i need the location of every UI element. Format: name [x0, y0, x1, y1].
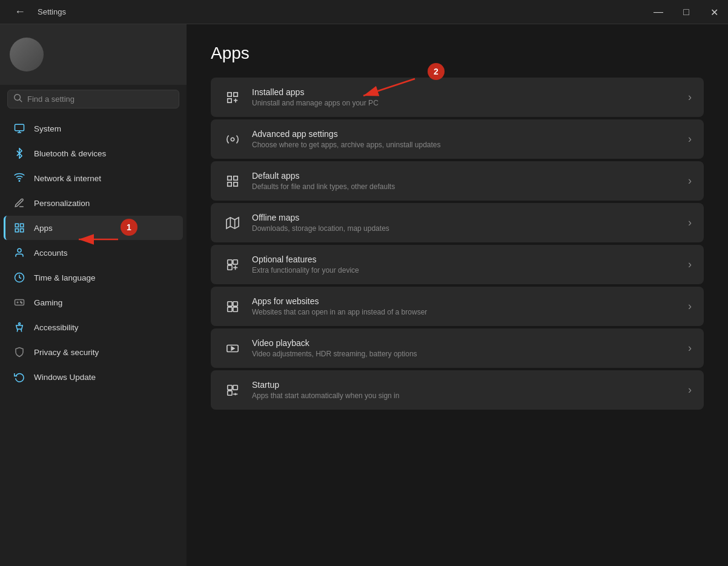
avatar — [10, 38, 44, 72]
sidebar-item-system[interactable]: System — [4, 116, 183, 141]
minimize-button[interactable]: — — [644, 0, 672, 24]
settings-item-title: Advanced app settings — [252, 129, 678, 139]
sidebar-item-accessibility[interactable]: Accessibility — [4, 315, 183, 339]
bluetooth-icon — [13, 147, 25, 159]
svg-rect-22 — [228, 176, 231, 179]
advanced-app-settings-icon — [223, 130, 242, 149]
svg-marker-26 — [227, 217, 239, 228]
video-playback-icon — [223, 339, 242, 358]
settings-item-desc: Uninstall and manage apps on your PC — [252, 99, 678, 107]
svg-point-3 — [19, 181, 20, 182]
settings-item-startup[interactable]: Startup Apps that start automatically wh… — [211, 370, 704, 410]
settings-item-text: Advanced app settings Choose where to ge… — [252, 129, 678, 149]
settings-item-desc: Defaults for file and link types, other … — [252, 182, 678, 191]
gaming-icon — [13, 296, 25, 308]
update-icon — [13, 371, 25, 383]
settings-item-installed-apps[interactable]: Installed apps Uninstall and manage apps… — [211, 78, 704, 117]
titlebar: ← Settings — □ ✕ — [0, 0, 728, 24]
settings-item-title: Offline maps — [252, 213, 678, 222]
settings-item-text: Installed apps Uninstall and manage apps… — [252, 87, 678, 107]
settings-item-text: Apps for websites Websites that can open… — [252, 296, 678, 316]
settings-list: Installed apps Uninstall and manage apps… — [211, 78, 704, 410]
svg-rect-23 — [234, 176, 237, 179]
settings-item-default-apps[interactable]: Default apps Defaults for file and link … — [211, 161, 704, 201]
close-button[interactable]: ✕ — [700, 0, 728, 24]
sidebar-item-label: Time & language — [34, 273, 96, 282]
chevron-right-icon: › — [688, 216, 692, 229]
svg-rect-0 — [15, 124, 24, 131]
settings-item-advanced-app-settings[interactable]: Advanced app settings Choose where to ge… — [211, 119, 704, 159]
optional-features-icon — [223, 255, 242, 275]
svg-rect-36 — [228, 307, 232, 311]
settings-item-text: Optional features Extra functionality fo… — [252, 255, 678, 275]
app-title: Settings — [38, 7, 66, 16]
apps-for-websites-icon — [223, 297, 242, 316]
search-icon — [14, 94, 22, 104]
default-apps-icon — [223, 171, 242, 191]
chevron-right-icon: › — [688, 342, 692, 355]
svg-rect-17 — [234, 92, 237, 96]
settings-item-title: Video playback — [252, 338, 678, 348]
sidebar-item-bluetooth[interactable]: Bluetooth & devices — [4, 141, 183, 165]
user-profile — [0, 24, 187, 85]
sidebar-item-apps[interactable]: Apps — [4, 216, 183, 240]
search-box[interactable] — [7, 90, 179, 108]
svg-rect-41 — [228, 390, 232, 395]
installed-apps-icon — [223, 88, 242, 107]
settings-item-text: Default apps Defaults for file and link … — [252, 171, 678, 191]
svg-rect-40 — [233, 385, 237, 389]
search-input[interactable] — [27, 95, 173, 104]
svg-rect-4 — [15, 224, 18, 227]
settings-item-offline-maps[interactable]: Offline maps Downloads, storage location… — [211, 203, 704, 242]
chevron-right-icon: › — [688, 133, 692, 145]
settings-item-video-playback[interactable]: Video playback Video adjustments, HDR st… — [211, 328, 704, 368]
chevron-right-icon: › — [688, 384, 692, 396]
sidebar-item-label: Accessibility — [34, 323, 79, 332]
sidebar-nav: System Bluetooth & devices Network & int… — [0, 116, 187, 556]
settings-item-optional-features[interactable]: Optional features Extra functionality fo… — [211, 245, 704, 284]
svg-rect-7 — [21, 229, 24, 232]
settings-item-desc: Choose where to get apps, archive apps, … — [252, 141, 678, 149]
sidebar: System Bluetooth & devices Network & int… — [0, 24, 187, 566]
back-button[interactable]: ← — [10, 3, 30, 21]
maximize-button[interactable]: □ — [672, 0, 700, 24]
svg-rect-31 — [228, 265, 232, 269]
svg-rect-24 — [228, 182, 231, 185]
sidebar-item-label: Personalization — [34, 199, 90, 208]
svg-rect-10 — [15, 300, 24, 305]
sidebar-item-update[interactable]: Windows Update — [4, 365, 183, 389]
sidebar-item-label: Bluetooth & devices — [34, 149, 106, 158]
network-icon — [13, 172, 25, 184]
svg-point-8 — [18, 248, 21, 252]
chevron-right-icon: › — [688, 91, 692, 104]
sidebar-item-label: System — [34, 124, 61, 133]
system-icon — [13, 122, 25, 135]
settings-item-title: Optional features — [252, 255, 678, 264]
sidebar-item-label: Privacy & security — [34, 348, 99, 357]
svg-rect-29 — [228, 259, 232, 264]
startup-icon — [223, 381, 242, 400]
settings-item-text: Video playback Video adjustments, HDR st… — [252, 338, 678, 358]
settings-item-text: Startup Apps that start automatically wh… — [252, 380, 678, 400]
sidebar-item-gaming[interactable]: Gaming — [4, 290, 183, 315]
time-icon — [13, 271, 25, 284]
svg-rect-16 — [228, 92, 231, 96]
sidebar-item-personalization[interactable]: Personalization — [4, 191, 183, 215]
personalization-icon — [13, 197, 25, 209]
settings-item-desc: Apps that start automatically when you s… — [252, 391, 678, 400]
sidebar-item-label: Windows Update — [34, 373, 96, 382]
sidebar-item-accounts[interactable]: Accounts — [4, 241, 183, 265]
svg-point-15 — [19, 323, 21, 325]
accounts-icon — [13, 247, 25, 259]
sidebar-item-privacy[interactable]: Privacy & security — [4, 340, 183, 364]
offline-maps-icon — [223, 213, 242, 233]
sidebar-item-label: Accounts — [34, 248, 68, 258]
svg-rect-35 — [233, 301, 237, 305]
settings-item-desc: Downloads, storage location, map updates — [252, 224, 678, 233]
sidebar-item-time[interactable]: Time & language — [4, 265, 183, 290]
page-title: Apps — [211, 44, 704, 63]
settings-item-apps-for-websites[interactable]: Apps for websites Websites that can open… — [211, 287, 704, 326]
accessibility-icon — [13, 321, 25, 333]
sidebar-item-network[interactable]: Network & internet — [4, 166, 183, 190]
apps-icon — [13, 222, 25, 234]
